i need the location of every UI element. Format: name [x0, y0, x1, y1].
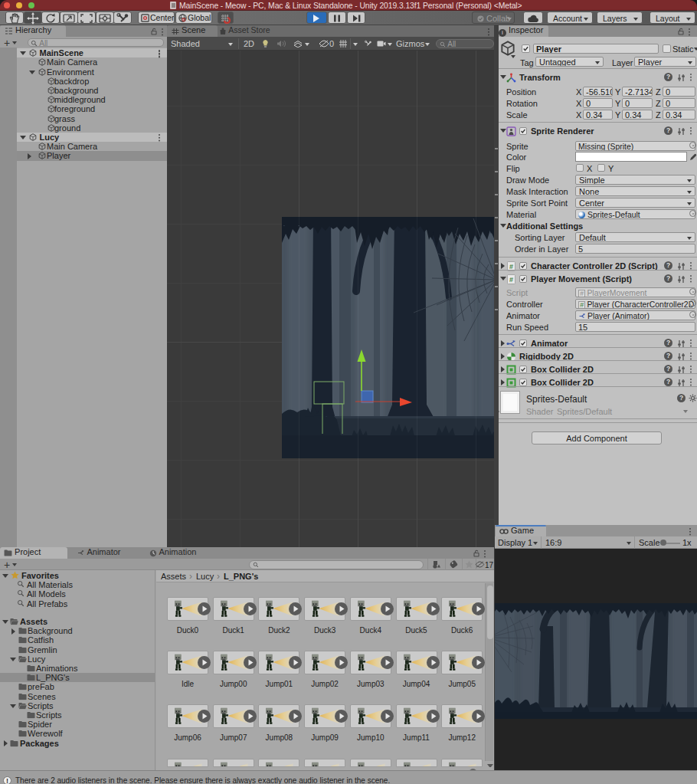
svg-text:#: # — [509, 263, 513, 271]
svg-text:#: # — [509, 276, 513, 284]
